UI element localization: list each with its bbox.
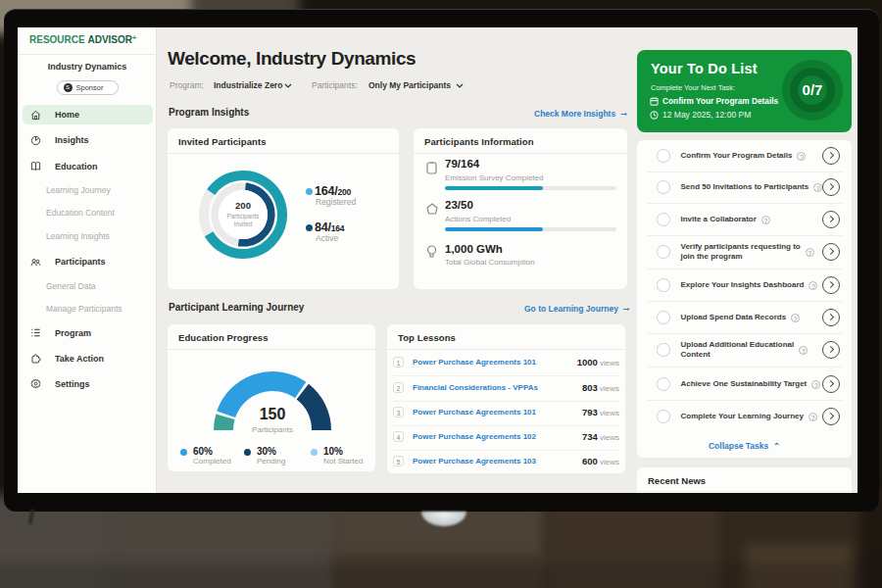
svg-text:200: 200 bbox=[235, 200, 251, 211]
svg-text:Invited: Invited bbox=[234, 220, 253, 227]
svg-text:Participants: Participants bbox=[227, 213, 260, 220]
svg-text:Participants: Participants bbox=[252, 425, 293, 434]
svg-text:150: 150 bbox=[260, 406, 286, 422]
